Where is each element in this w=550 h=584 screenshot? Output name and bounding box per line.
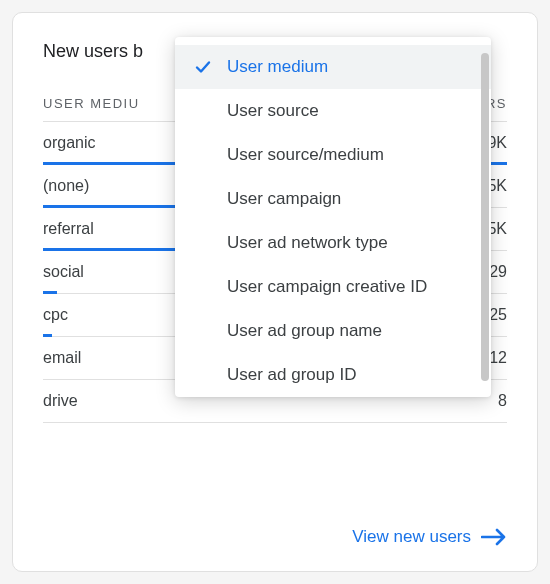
title-prefix: New users b [43,41,143,61]
dropdown-item[interactable]: User source/medium [175,133,491,177]
dropdown-list: User mediumUser sourceUser source/medium… [175,45,491,389]
dropdown-item[interactable]: User ad group name [175,309,491,353]
dropdown-item[interactable]: User ad group ID [175,353,491,389]
dropdown-item[interactable]: User medium [175,45,491,89]
row-label: email [43,349,81,367]
dropdown-item[interactable]: User campaign creative ID [175,265,491,309]
dropdown-item[interactable]: User source [175,89,491,133]
row-label: referral [43,220,94,238]
dimension-dropdown[interactable]: User mediumUser sourceUser source/medium… [175,37,491,397]
dropdown-item-label: User ad network type [227,233,475,253]
row-value: 25 [489,306,507,324]
dropdown-item-label: User campaign creative ID [227,277,475,297]
row-label: cpc [43,306,68,324]
dropdown-item-label: User ad group ID [227,365,475,385]
dropdown-item-label: User source/medium [227,145,475,165]
dropdown-item-label: User source [227,101,475,121]
dropdown-item[interactable]: User campaign [175,177,491,221]
footer-link-label: View new users [352,527,471,547]
row-label: organic [43,134,95,152]
dropdown-item[interactable]: User ad network type [175,221,491,265]
view-new-users-link[interactable]: View new users [352,527,507,547]
row-label: drive [43,392,78,410]
row-label: social [43,263,84,281]
dropdown-item-label: User medium [227,57,475,77]
row-value: 29 [489,263,507,281]
row-label: (none) [43,177,89,195]
dropdown-item-label: User ad group name [227,321,475,341]
row-value: 8 [498,392,507,410]
scrollbar[interactable] [481,53,489,381]
report-card: New users b USER MEDIU RS organic9K(none… [12,12,538,572]
arrow-right-icon [481,528,507,546]
check-icon [193,58,213,76]
dropdown-item-label: User campaign [227,189,475,209]
col-header-dimension: USER MEDIU [43,96,140,111]
